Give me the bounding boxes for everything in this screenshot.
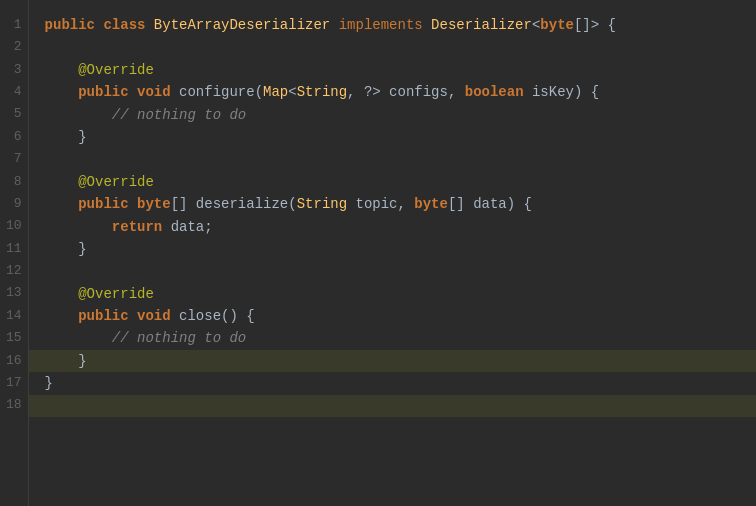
line-number: 15 <box>6 327 22 349</box>
code-token: } <box>45 350 87 372</box>
code-token: @Override <box>78 59 154 81</box>
code-token: byte <box>414 193 448 215</box>
code-token <box>45 59 79 81</box>
line-number: 11 <box>6 238 22 260</box>
code-line: // nothing to do <box>29 104 756 126</box>
code-token: boolean <box>465 81 532 103</box>
code-token: [] deserialize( <box>171 193 297 215</box>
code-token <box>45 327 112 349</box>
code-line: // nothing to do <box>29 327 756 349</box>
code-token: String <box>297 81 347 103</box>
code-token: public <box>78 81 137 103</box>
code-token <box>45 216 112 238</box>
code-line: return data; <box>29 216 756 238</box>
code-token: []> { <box>574 14 616 36</box>
code-token: data; <box>171 216 213 238</box>
code-line: @Override <box>29 171 756 193</box>
code-token: void <box>137 305 179 327</box>
code-token <box>45 305 79 327</box>
code-token: byte <box>540 14 574 36</box>
line-numbers: 123456789101112131415161718 <box>0 0 29 506</box>
code-token <box>45 104 112 126</box>
code-token: implements <box>339 14 431 36</box>
code-token: String <box>297 193 347 215</box>
code-area[interactable]: public class ByteArrayDeserializer imple… <box>29 0 756 506</box>
line-number: 9 <box>6 193 22 215</box>
code-token: topic, <box>347 193 414 215</box>
code-token <box>45 81 79 103</box>
code-token: // nothing to do <box>112 104 246 126</box>
code-token: Map <box>263 81 288 103</box>
code-line: public void configure(Map<String, ?> con… <box>29 81 756 103</box>
line-number: 14 <box>6 305 22 327</box>
code-line: } <box>29 126 756 148</box>
code-token: < <box>532 14 540 36</box>
code-token: void <box>137 81 179 103</box>
code-token: [] data) { <box>448 193 532 215</box>
line-number: 1 <box>6 14 22 36</box>
line-number: 12 <box>6 260 22 282</box>
code-token: // nothing to do <box>112 327 246 349</box>
line-number: 5 <box>6 104 22 126</box>
line-number: 10 <box>6 216 22 238</box>
code-token: return <box>112 216 171 238</box>
code-line: @Override <box>29 283 756 305</box>
code-token: byte <box>137 193 171 215</box>
code-token: close() { <box>179 305 255 327</box>
line-number: 7 <box>6 148 22 170</box>
line-number: 13 <box>6 283 22 305</box>
code-token: public <box>78 305 137 327</box>
line-number: 2 <box>6 36 22 58</box>
code-line <box>29 260 756 282</box>
code-token: } <box>45 126 87 148</box>
line-number: 17 <box>6 372 22 394</box>
code-line <box>29 36 756 58</box>
code-token: configure( <box>179 81 263 103</box>
code-editor: 123456789101112131415161718 public class… <box>0 0 756 506</box>
code-line: } <box>29 372 756 394</box>
code-line <box>29 395 756 417</box>
code-token: ByteArrayDeserializer <box>154 14 339 36</box>
line-number: 4 <box>6 81 22 103</box>
code-line: } <box>29 350 756 372</box>
line-number: 16 <box>6 350 22 372</box>
code-token: isKey) { <box>532 81 599 103</box>
code-line: public class ByteArrayDeserializer imple… <box>29 14 756 36</box>
code-token: , ?> configs, <box>347 81 465 103</box>
code-line: } <box>29 238 756 260</box>
code-token: public <box>78 193 137 215</box>
code-line <box>29 148 756 170</box>
code-token <box>45 193 79 215</box>
line-number: 8 <box>6 171 22 193</box>
code-token: @Override <box>78 283 154 305</box>
code-token: } <box>45 238 87 260</box>
code-token: } <box>45 372 53 394</box>
code-line: public byte[] deserialize(String topic, … <box>29 193 756 215</box>
code-line: public void close() { <box>29 305 756 327</box>
code-token: Deserializer <box>431 14 532 36</box>
code-token <box>45 283 79 305</box>
code-line: @Override <box>29 59 756 81</box>
code-token: class <box>103 14 153 36</box>
line-number: 6 <box>6 126 22 148</box>
code-token <box>45 171 79 193</box>
line-number: 18 <box>6 395 22 417</box>
code-token: < <box>288 81 296 103</box>
code-token: public <box>45 14 104 36</box>
code-token: @Override <box>78 171 154 193</box>
line-number: 3 <box>6 59 22 81</box>
